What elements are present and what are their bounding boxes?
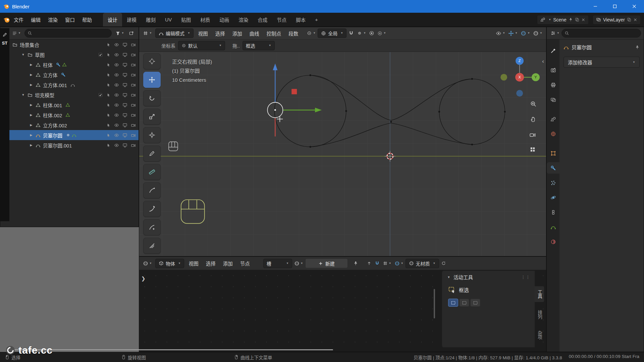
viewport-menu-item[interactable]: 段数 bbox=[285, 27, 302, 39]
tool-pen[interactable] bbox=[143, 201, 161, 217]
expand-arrow-icon[interactable]: ▼ bbox=[20, 93, 26, 97]
node-menu-item[interactable]: 节点 bbox=[236, 257, 254, 270]
tool-annotate[interactable] bbox=[143, 145, 161, 162]
outliner-search[interactable] bbox=[24, 29, 112, 38]
editor-type-button[interactable]: ▼ bbox=[142, 261, 153, 266]
expand-arrow-icon[interactable]: ▶ bbox=[29, 143, 34, 147]
select-mode-new[interactable] bbox=[448, 299, 458, 307]
tool-transform[interactable] bbox=[143, 127, 161, 143]
properties-tab-modifier[interactable] bbox=[547, 162, 559, 174]
properties-search[interactable] bbox=[561, 29, 641, 38]
browse-material-button[interactable]: ▼ bbox=[293, 261, 304, 266]
shader-type-selector[interactable]: 物体▼ bbox=[155, 259, 184, 268]
outliner-row[interactable]: ▼坦克模型 bbox=[0, 90, 139, 100]
viewport-menu-item[interactable]: 选择 bbox=[212, 27, 229, 39]
workspace-tab[interactable]: 雕刻 bbox=[141, 13, 160, 26]
expand-arrow-icon[interactable]: ▶ bbox=[29, 73, 34, 76]
coord-system-selector[interactable]: 默认 ▼ bbox=[178, 41, 225, 50]
add-modifier-button[interactable]: 添加修改器 ▼ bbox=[564, 57, 640, 68]
tool-curvepen[interactable] bbox=[143, 219, 161, 235]
proportional-edit-button[interactable] bbox=[368, 31, 375, 36]
select-mode-subtract[interactable] bbox=[470, 299, 480, 307]
refresh-button[interactable] bbox=[440, 261, 447, 266]
outliner-row[interactable]: ▶柱体.002 bbox=[0, 110, 139, 120]
expand-arrow-icon[interactable]: ▼ bbox=[20, 53, 26, 56]
new-collection-button[interactable] bbox=[128, 31, 135, 36]
outliner-row[interactable]: ▶立方体.001 bbox=[0, 80, 139, 90]
snap-target-button[interactable]: ▼ bbox=[356, 31, 367, 36]
expand-arrow-icon[interactable]: ▶ bbox=[29, 83, 34, 86]
control-points[interactable] bbox=[310, 74, 506, 148]
overlays-toggle[interactable]: ▼ bbox=[393, 261, 405, 266]
snap-target-button[interactable]: ▼ bbox=[382, 261, 392, 266]
expand-arrow-icon[interactable]: ▶ bbox=[29, 103, 34, 107]
scene-selector[interactable]: ▼ Scene bbox=[537, 15, 589, 24]
tool-draw[interactable] bbox=[143, 182, 161, 198]
workspace-tab[interactable]: 脚本 bbox=[291, 13, 310, 26]
visibility-button[interactable]: ▼ bbox=[495, 31, 506, 36]
outliner-row[interactable]: ▶贝塞尔圆 bbox=[0, 130, 139, 140]
expand-arrow-icon[interactable]: ▶ bbox=[29, 113, 34, 117]
workspace-tab[interactable]: 设计 bbox=[103, 13, 122, 26]
outliner-display-mode[interactable]: ▼ bbox=[11, 31, 22, 36]
ortho-toggle-button[interactable] bbox=[527, 144, 538, 155]
outliner-row[interactable]: ▶立方体 bbox=[0, 70, 139, 80]
viewport-menu-item[interactable]: 添加 bbox=[229, 27, 246, 39]
outliner-row[interactable]: ▼草图 bbox=[0, 50, 139, 60]
node-menu-item[interactable]: 选择 bbox=[202, 257, 219, 270]
properties-tab-data[interactable] bbox=[547, 221, 559, 233]
tool-measure[interactable] bbox=[143, 164, 161, 180]
mode-selector[interactable]: 编辑模式▼ bbox=[155, 28, 194, 38]
pin-button[interactable] bbox=[352, 261, 359, 266]
workspace-tab[interactable]: 材质 bbox=[196, 13, 215, 26]
outliner-filter-button[interactable]: ▼ bbox=[114, 31, 125, 36]
nav-gizmo[interactable]: Z Y X bbox=[500, 57, 540, 97]
viewport-canvas[interactable]: Z Y X 正交右视图 (局部) (1) 贝塞尔圆 10 Centimeters bbox=[139, 52, 546, 256]
properties-tab-viewlayer[interactable] bbox=[547, 94, 559, 105]
outliner-row[interactable]: ▶柱体.001 bbox=[0, 100, 139, 110]
workspace-tab[interactable]: 合成 bbox=[253, 13, 272, 26]
tool-move[interactable] bbox=[143, 72, 161, 88]
tool-tilt[interactable] bbox=[143, 238, 161, 254]
active-tool-header[interactable]: ▼ 活动工具 ⋮⋮ bbox=[446, 274, 531, 281]
viewport-menu-item[interactable]: 曲线 bbox=[246, 27, 263, 39]
sidebar-tab[interactable]: 杂项 bbox=[535, 327, 544, 343]
material-preview-selector[interactable]: 无材质▼ bbox=[406, 259, 439, 268]
active-tool-row[interactable]: 框选 bbox=[448, 286, 531, 293]
node-canvas[interactable]: ❯ ▼ 活动工具 ⋮⋮ 框选 工具排列杂项 bbox=[139, 270, 546, 352]
expand-arrow-icon[interactable]: ▶ bbox=[29, 133, 34, 137]
node-menu-item[interactable]: 视图 bbox=[185, 257, 202, 270]
menubar-item[interactable]: 帮助 bbox=[78, 13, 96, 26]
expand-arrow-icon[interactable]: ▶ bbox=[29, 63, 34, 66]
viewlayer-selector[interactable]: ViewLayer bbox=[593, 15, 641, 24]
snap-button[interactable] bbox=[347, 31, 355, 36]
viewport-menu-item[interactable]: 控制点 bbox=[263, 27, 285, 39]
menubar-item[interactable]: 编辑 bbox=[27, 13, 44, 26]
handle-marker[interactable] bbox=[291, 89, 297, 94]
orientation-selector[interactable]: 全局▼ bbox=[318, 28, 346, 38]
properties-tab-constraints[interactable] bbox=[547, 206, 559, 218]
close-button[interactable] bbox=[625, 0, 644, 13]
tool-cursor[interactable] bbox=[143, 53, 161, 69]
properties-tab-particles[interactable] bbox=[547, 177, 559, 188]
menubar-item[interactable]: 窗口 bbox=[61, 13, 78, 26]
select-mode-extend[interactable] bbox=[459, 299, 469, 307]
slot-selector[interactable]: 槽 ▼ bbox=[263, 259, 292, 268]
shading-mode-button[interactable]: ▼ bbox=[532, 31, 543, 36]
editor-type-button[interactable]: ▼ bbox=[549, 31, 560, 36]
pan-button[interactable] bbox=[528, 114, 539, 125]
workspace-tab[interactable]: 贴图 bbox=[176, 13, 196, 26]
properties-tab-object[interactable] bbox=[547, 147, 559, 159]
snap-button[interactable] bbox=[374, 261, 381, 266]
move-gizmo[interactable] bbox=[267, 63, 322, 136]
properties-tab-scene[interactable] bbox=[547, 113, 559, 125]
editor-type-button[interactable]: ▼ bbox=[142, 31, 153, 36]
overlays-toggle[interactable]: ▼ bbox=[520, 31, 531, 36]
menubar-item[interactable]: 文件 bbox=[10, 13, 27, 26]
properties-tab-material[interactable] bbox=[547, 236, 559, 247]
falloff-button[interactable]: ▼ bbox=[376, 31, 387, 36]
outliner-row[interactable]: ▶柱体 bbox=[0, 60, 139, 70]
node-menu-item[interactable]: 添加 bbox=[219, 257, 236, 270]
video-progress-bar[interactable] bbox=[6, 349, 333, 350]
expand-arrow-icon[interactable]: ▶ bbox=[29, 123, 34, 127]
